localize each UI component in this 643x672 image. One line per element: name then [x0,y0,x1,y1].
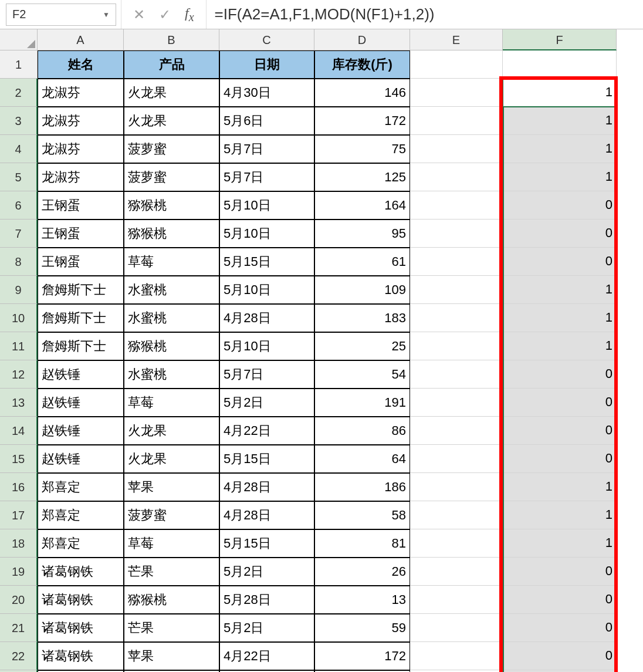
cell-E18[interactable] [410,529,503,558]
cell-F10[interactable]: 1 [503,304,617,332]
cell-B14[interactable]: 火龙果 [124,417,219,445]
cell-A12[interactable]: 赵铁锤 [38,360,124,389]
cell-C22[interactable]: 4月22日 [219,642,314,670]
column-header-B[interactable]: B [124,29,219,50]
cell-F22[interactable]: 0 [503,642,617,670]
row-header-22[interactable]: 22 [0,642,38,670]
cell-E15[interactable] [410,445,503,473]
cell-F6[interactable]: 0 [503,191,617,220]
cell-A17[interactable]: 郑喜定 [38,501,124,529]
column-header-D[interactable]: D [314,29,410,50]
cell-C6[interactable]: 5月10日 [219,191,314,220]
row-header-13[interactable]: 13 [0,389,38,417]
spreadsheet-grid[interactable]: ABCDEF1姓名产品日期库存数(斤)2龙淑芬火龙果4月30日14613龙淑芬火… [0,29,643,672]
cell-B10[interactable]: 水蜜桃 [124,304,219,332]
cell-D3[interactable]: 172 [314,107,410,135]
cell-E8[interactable] [410,248,503,276]
cell-E12[interactable] [410,360,503,389]
column-header-A[interactable]: A [38,29,124,50]
cell-F5[interactable]: 1 [503,163,617,191]
cell-D11[interactable]: 25 [314,332,410,360]
cell-B20[interactable]: 猕猴桃 [124,586,219,614]
row-header-7[interactable]: 7 [0,220,38,248]
cell-C11[interactable]: 5月10日 [219,332,314,360]
cell-E13[interactable] [410,389,503,417]
cell-B18[interactable]: 草莓 [124,529,219,558]
cell-E9[interactable] [410,276,503,304]
cell-D6[interactable]: 164 [314,191,410,220]
cell-D9[interactable]: 109 [314,276,410,304]
row-header-4[interactable]: 4 [0,135,38,163]
cell-A1[interactable]: 姓名 [38,50,124,79]
cell-B3[interactable]: 火龙果 [124,107,219,135]
cell-F16[interactable]: 1 [503,473,617,501]
row-header-16[interactable]: 16 [0,473,38,501]
cell-B19[interactable]: 芒果 [124,558,219,586]
cell-F1[interactable] [503,50,617,79]
cell-E7[interactable] [410,220,503,248]
cell-F13[interactable]: 0 [503,389,617,417]
cell-F20[interactable]: 0 [503,586,617,614]
cell-F3[interactable]: 1 [503,107,617,135]
cell-F8[interactable]: 0 [503,248,617,276]
row-header-18[interactable]: 18 [0,529,38,558]
cell-A9[interactable]: 詹姆斯下士 [38,276,124,304]
cell-F12[interactable]: 0 [503,360,617,389]
cell-D14[interactable]: 86 [314,417,410,445]
cell-E4[interactable] [410,135,503,163]
cell-E6[interactable] [410,191,503,220]
cell-B9[interactable]: 水蜜桃 [124,276,219,304]
cell-C13[interactable]: 5月2日 [219,389,314,417]
cell-C2[interactable]: 4月30日 [219,79,314,107]
cell-C12[interactable]: 5月7日 [219,360,314,389]
row-header-20[interactable]: 20 [0,586,38,614]
cell-E17[interactable] [410,501,503,529]
cell-C14[interactable]: 4月22日 [219,417,314,445]
cell-A13[interactable]: 赵铁锤 [38,389,124,417]
row-header-10[interactable]: 10 [0,304,38,332]
cell-B17[interactable]: 菠萝蜜 [124,501,219,529]
cell-D12[interactable]: 54 [314,360,410,389]
cell-D4[interactable]: 75 [314,135,410,163]
cell-B15[interactable]: 火龙果 [124,445,219,473]
row-header-11[interactable]: 11 [0,332,38,360]
name-box[interactable]: F2 ▼ [6,4,116,26]
cell-D17[interactable]: 58 [314,501,410,529]
cell-E19[interactable] [410,558,503,586]
cell-E11[interactable] [410,332,503,360]
cell-F17[interactable]: 1 [503,501,617,529]
cell-E5[interactable] [410,163,503,191]
cell-A2[interactable]: 龙淑芬 [38,79,124,107]
cell-C20[interactable]: 5月28日 [219,586,314,614]
formula-input[interactable]: =IF(A2=A1,F1,MOD(N(F1)+1,2)) [207,0,643,29]
column-header-E[interactable]: E [410,29,503,50]
cell-F2[interactable]: 1 [503,79,617,107]
cell-F21[interactable]: 0 [503,614,617,642]
cell-D19[interactable]: 26 [314,558,410,586]
cell-C3[interactable]: 5月6日 [219,107,314,135]
cell-E10[interactable] [410,304,503,332]
cell-D20[interactable]: 13 [314,586,410,614]
cell-E16[interactable] [410,473,503,501]
column-header-F[interactable]: F [503,29,617,50]
cell-C1[interactable]: 日期 [219,50,314,79]
cell-C9[interactable]: 5月10日 [219,276,314,304]
cell-A19[interactable]: 诸葛钢铁 [38,558,124,586]
cell-C7[interactable]: 5月10日 [219,220,314,248]
cell-B16[interactable]: 苹果 [124,473,219,501]
cell-E22[interactable] [410,642,503,670]
cell-B13[interactable]: 草莓 [124,389,219,417]
row-header-14[interactable]: 14 [0,417,38,445]
cell-B7[interactable]: 猕猴桃 [124,220,219,248]
cell-C21[interactable]: 5月2日 [219,614,314,642]
cell-B22[interactable]: 苹果 [124,642,219,670]
cell-A4[interactable]: 龙淑芬 [38,135,124,163]
cell-A11[interactable]: 詹姆斯下士 [38,332,124,360]
cell-B21[interactable]: 芒果 [124,614,219,642]
row-header-6[interactable]: 6 [0,191,38,220]
cell-B5[interactable]: 菠萝蜜 [124,163,219,191]
cell-A20[interactable]: 诸葛钢铁 [38,586,124,614]
cell-C15[interactable]: 5月15日 [219,445,314,473]
column-header-C[interactable]: C [219,29,314,50]
cell-B8[interactable]: 草莓 [124,248,219,276]
